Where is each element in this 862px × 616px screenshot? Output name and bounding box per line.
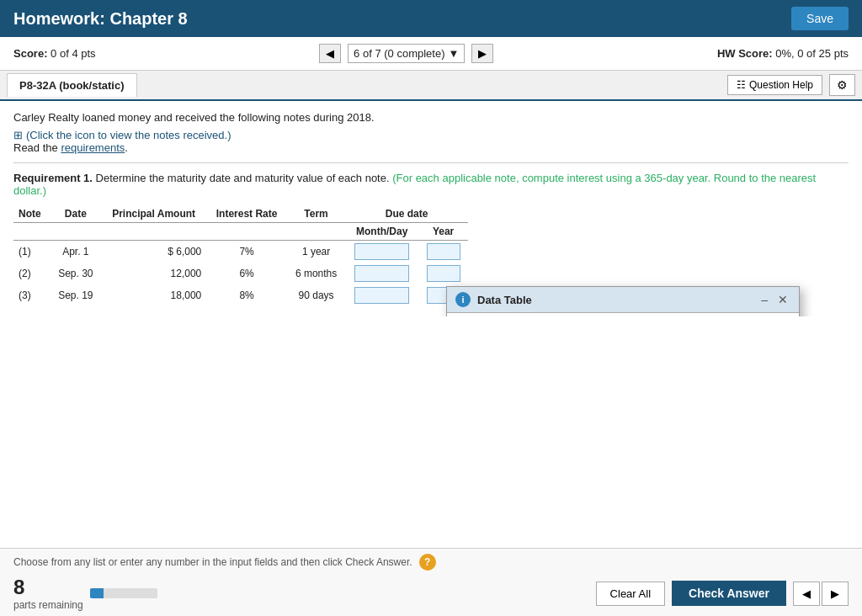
note-1: (1) bbox=[13, 241, 51, 263]
view-notes-link[interactable]: ⊞ (Click the icon to view the notes rece… bbox=[13, 129, 231, 141]
month-day-input-3[interactable] bbox=[345, 284, 418, 306]
month-day-field-3[interactable] bbox=[354, 287, 409, 304]
data-table-close-button[interactable]: ✕ bbox=[775, 293, 790, 306]
list-icon: ☷ bbox=[737, 79, 746, 91]
hw-score-label: HW Score: bbox=[717, 47, 773, 60]
month-day-input-1[interactable] bbox=[345, 241, 418, 263]
tab-label[interactable]: P8-32A (book/static) bbox=[7, 73, 137, 97]
score-label: Score: bbox=[13, 47, 47, 60]
col-due-date: Due date bbox=[345, 205, 468, 223]
tab-bar: P8-32A (book/static) ☷ Question Help ⚙ bbox=[0, 71, 862, 101]
read-requirements: Read the requirements. bbox=[13, 141, 849, 154]
main-content: Carley Realty loaned money and received … bbox=[0, 101, 862, 316]
data-table-modal-controls: – ✕ bbox=[758, 293, 790, 306]
nav-text: 6 of 7 (0 complete) bbox=[354, 47, 444, 60]
icon-link-text: (Click the icon to view the notes receiv… bbox=[26, 129, 231, 141]
settings-button[interactable]: ⚙ bbox=[829, 74, 855, 96]
year-input-1[interactable] bbox=[418, 241, 468, 263]
date-1: Apr. 1 bbox=[51, 241, 101, 263]
data-table-minimize-button[interactable]: – bbox=[758, 293, 770, 306]
month-day-field-1[interactable] bbox=[354, 243, 409, 260]
score-bar: Score: 0 of 4 pts ◀ 6 of 7 (0 complete) … bbox=[0, 37, 862, 71]
col-term: Term bbox=[287, 205, 345, 223]
table-row: (2) Sep. 30 12,000 6% 6 months bbox=[13, 263, 468, 284]
month-day-field-2[interactable] bbox=[354, 265, 409, 282]
intro-text: Carley Realty loaned money and received … bbox=[13, 111, 849, 124]
read-text: Read the bbox=[13, 141, 58, 154]
principal-1: $ 6,000 bbox=[101, 241, 206, 263]
requirement1-bold: Requirement 1. bbox=[13, 172, 93, 184]
nav-center: ◀ 6 of 7 (0 complete) ▼ ▶ bbox=[319, 44, 493, 63]
question-help-button[interactable]: ☷ Question Help bbox=[727, 75, 822, 95]
icon-link-row: ⊞ (Click the icon to view the notes rece… bbox=[13, 129, 849, 141]
principal-2: 12,000 bbox=[101, 263, 206, 284]
requirement1-row: Requirement 1. Determine the maturity da… bbox=[13, 172, 849, 197]
note-2: (2) bbox=[13, 263, 51, 284]
principal-3: 18,000 bbox=[101, 284, 206, 306]
save-button[interactable]: Save bbox=[791, 7, 849, 30]
hw-score-display: HW Score: 0%, 0 of 25 pts bbox=[717, 47, 849, 60]
dropdown-arrow-icon: ▼ bbox=[449, 47, 460, 60]
score-display: Score: 0 of 4 pts bbox=[13, 47, 96, 60]
col-rate: Interest Rate bbox=[206, 205, 287, 223]
year-field-1[interactable] bbox=[427, 243, 460, 260]
rate-3: 8% bbox=[206, 284, 287, 306]
data-table-modal-header: i Data Table – ✕ bbox=[447, 287, 799, 313]
col-date: Date bbox=[51, 205, 101, 223]
requirement1-text: Determine the maturity date and maturity… bbox=[96, 172, 390, 184]
nav-next-button[interactable]: ▶ bbox=[471, 44, 493, 63]
term-3: 90 days bbox=[287, 284, 345, 306]
grid-icon: ⊞ bbox=[13, 129, 23, 141]
year-input-2[interactable] bbox=[418, 263, 468, 284]
hw-score-value: 0%, 0 of 25 pts bbox=[775, 47, 849, 60]
rate-1: 7% bbox=[206, 241, 287, 263]
col-month-day: Month/Day bbox=[345, 223, 418, 241]
date-2: Sep. 30 bbox=[51, 263, 101, 284]
page-title: Homework: Chapter 8 bbox=[13, 9, 188, 29]
score-value: 0 of 4 pts bbox=[51, 47, 95, 60]
data-table-modal-title-row: i Data Table bbox=[455, 292, 532, 307]
col-note: Note bbox=[13, 205, 51, 223]
data-table-modal-title: Data Table bbox=[477, 294, 532, 306]
tab-actions: ☷ Question Help ⚙ bbox=[727, 71, 855, 99]
table-row: (3) Sep. 19 18,000 8% 90 days bbox=[13, 284, 468, 306]
date-3: Sep. 19 bbox=[51, 284, 101, 306]
requirements-link[interactable]: requirements bbox=[61, 141, 125, 154]
nav-prev-button[interactable]: ◀ bbox=[319, 44, 341, 63]
note-3: (3) bbox=[13, 284, 51, 306]
app-header: Homework: Chapter 8 Save bbox=[0, 0, 862, 37]
month-day-input-2[interactable] bbox=[345, 263, 418, 284]
divider bbox=[13, 162, 849, 163]
data-table-modal: i Data Table – ✕ Note Date Principal Amo… bbox=[446, 286, 800, 316]
term-2: 6 months bbox=[287, 263, 345, 284]
table-row: (1) Apr. 1 $ 6,000 7% 1 year bbox=[13, 241, 468, 263]
term-1: 1 year bbox=[287, 241, 345, 263]
nav-dropdown[interactable]: 6 of 7 (0 complete) ▼ bbox=[348, 44, 465, 63]
notes-table: Note Date Principal Amount Interest Rate… bbox=[13, 205, 468, 306]
year-field-2[interactable] bbox=[427, 265, 460, 282]
data-table-info-icon: i bbox=[455, 292, 471, 307]
rate-2: 6% bbox=[206, 263, 287, 284]
data-table-modal-body: Note Date Principal Amount Interest Rate… bbox=[447, 313, 799, 316]
question-help-label: Question Help bbox=[749, 79, 813, 91]
col-principal: Principal Amount bbox=[101, 205, 206, 223]
col-year: Year bbox=[418, 223, 468, 241]
